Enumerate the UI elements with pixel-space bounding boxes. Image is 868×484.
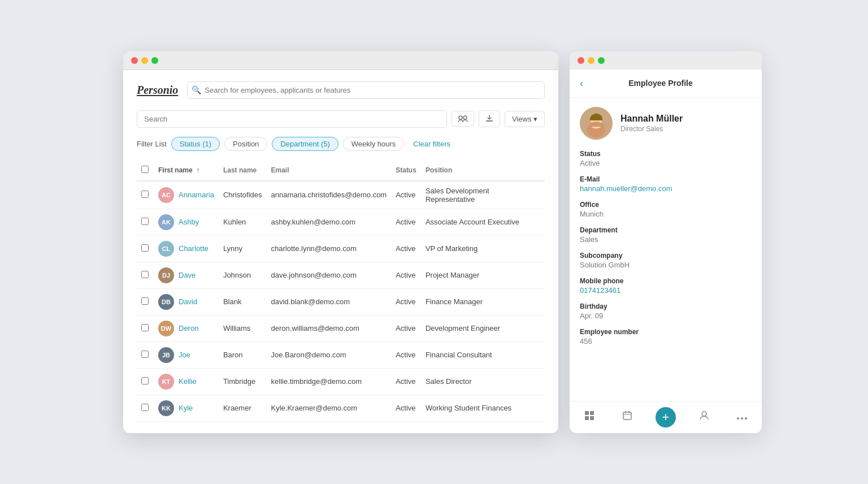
clear-filters-button[interactable]: Clear filters [409, 137, 455, 150]
employee-table: First name ↑ Last name Email Status Posi… [137, 160, 545, 422]
cell-first-name: DB David [154, 288, 219, 315]
cell-last-name: Kuhlen [219, 209, 267, 235]
avatar-cell: DW Deron [158, 321, 214, 336]
col-position[interactable]: Position [421, 160, 545, 181]
employee-name-link[interactable]: Charlotte [179, 244, 209, 253]
cell-email: ashby.kuhlen@demo.com [267, 209, 392, 235]
row-checkbox[interactable] [141, 404, 149, 411]
avatar-cell: CL Charlotte [158, 241, 214, 257]
person-icon [699, 410, 709, 421]
cell-position: Financial Consultant [421, 342, 545, 368]
row-checkbox[interactable] [141, 191, 149, 198]
row-checkbox[interactable] [141, 244, 149, 252]
profile-field-value[interactable]: hannah.mueller@demo.com [580, 184, 752, 193]
profile-employee-subtitle: Director Sales [620, 125, 683, 133]
profile-header: ‹ Employee Profile [570, 70, 762, 98]
profile-maximize-button[interactable] [598, 57, 605, 64]
download-icon-button[interactable] [479, 110, 500, 127]
svg-rect-6 [585, 411, 589, 415]
cell-status: Active [391, 181, 421, 209]
close-button[interactable] [131, 57, 138, 64]
select-all-checkbox[interactable] [141, 166, 149, 173]
employee-name-link[interactable]: Joe [179, 351, 190, 359]
views-button[interactable]: Views ▾ [505, 111, 545, 127]
profile-field: E-Mail hannah.mueller@demo.com [580, 175, 752, 193]
filter-chip-weekly-hours[interactable]: Weekly hours [343, 137, 405, 151]
cell-first-name: JB Joe [154, 342, 219, 368]
employee-name-link[interactable]: Dave [179, 271, 196, 279]
employee-name-link[interactable]: Kyle [179, 404, 193, 412]
row-checkbox-cell [137, 262, 154, 288]
profile-panel: ‹ Employee Profile Hannah Müller [570, 51, 762, 433]
employee-avatar: DB [158, 294, 174, 310]
profile-avatar-image [580, 107, 613, 140]
row-checkbox-cell [137, 368, 154, 395]
employee-name-link[interactable]: Annamaria [179, 191, 214, 199]
global-search-wrapper: 🔍 [187, 81, 545, 99]
employee-avatar: AC [158, 187, 174, 203]
col-first-name[interactable]: First name ↑ [154, 160, 219, 181]
grid-icon [584, 410, 594, 421]
maximize-button[interactable] [151, 57, 158, 64]
row-checkbox-cell [137, 395, 154, 421]
profile-avatar [580, 107, 613, 140]
cell-position: Associate Account Executive [421, 209, 545, 235]
row-checkbox[interactable] [141, 297, 149, 305]
profile-field: Subcompany Solution GmbH [580, 252, 752, 269]
employee-avatar: CL [158, 241, 174, 257]
profile-close-button[interactable] [578, 57, 584, 64]
profile-field-label: Department [580, 226, 752, 234]
cell-last-name: Christofides [219, 181, 267, 209]
employee-name-link[interactable]: Ashby [179, 218, 199, 226]
profile-field-value: 456 [580, 337, 752, 345]
back-button[interactable]: ‹ [580, 77, 583, 89]
row-checkbox-cell [137, 209, 154, 235]
employee-name-link[interactable]: Kellie [179, 377, 197, 386]
profile-add-button[interactable]: + [656, 407, 676, 427]
cell-first-name: DW Deron [154, 315, 219, 342]
svg-rect-10 [623, 412, 631, 420]
svg-point-15 [737, 417, 739, 420]
global-search-input[interactable] [187, 81, 545, 99]
employee-name-link[interactable]: Deron [179, 324, 198, 332]
more-icon [737, 417, 747, 420]
col-email[interactable]: Email [267, 160, 392, 181]
svg-rect-2 [486, 120, 493, 122]
profile-field-value: Munich [580, 210, 752, 218]
profile-footer: + [570, 401, 762, 433]
cell-status: Active [391, 315, 421, 342]
avatar-cell: AC Annamaria [158, 187, 214, 203]
group-icon-button[interactable] [452, 111, 474, 127]
row-checkbox[interactable] [141, 351, 149, 358]
cell-status: Active [391, 395, 421, 421]
row-checkbox[interactable] [141, 271, 149, 278]
profile-calendar-button[interactable] [618, 408, 637, 426]
avatar-cell: JB Joe [158, 347, 214, 363]
profile-field: Status Active [580, 150, 752, 167]
row-checkbox[interactable] [141, 324, 149, 331]
profile-title-label: Employee Profile [628, 79, 693, 88]
row-checkbox[interactable] [141, 377, 149, 384]
cell-last-name: Timbridge [219, 368, 267, 395]
minimize-button[interactable] [141, 57, 148, 64]
svg-point-16 [741, 417, 743, 420]
profile-minimize-button[interactable] [588, 57, 594, 64]
employee-search-input[interactable] [137, 110, 447, 128]
col-last-name[interactable]: Last name [219, 160, 267, 181]
employee-name-link[interactable]: David [179, 297, 197, 306]
filter-chip-department[interactable]: Department (5) [272, 137, 338, 151]
col-status[interactable]: Status [391, 160, 421, 181]
filter-chip-status[interactable]: Status (1) [171, 137, 220, 151]
toolbar: Views ▾ [137, 110, 545, 128]
cell-status: Active [391, 342, 421, 368]
profile-employee-name: Hannah Müller [620, 114, 683, 124]
profile-field-value[interactable]: 0174123461 [580, 286, 752, 295]
row-checkbox[interactable] [141, 218, 149, 225]
profile-person-button[interactable] [695, 408, 714, 426]
cell-first-name: AK Ashby [154, 209, 219, 235]
cell-position: Sales Development Representative [421, 181, 545, 209]
profile-grid-button[interactable] [580, 408, 599, 426]
cell-position: Finance Manager [421, 288, 545, 315]
filter-chip-position[interactable]: Position [224, 137, 267, 151]
profile-more-button[interactable] [732, 409, 752, 425]
